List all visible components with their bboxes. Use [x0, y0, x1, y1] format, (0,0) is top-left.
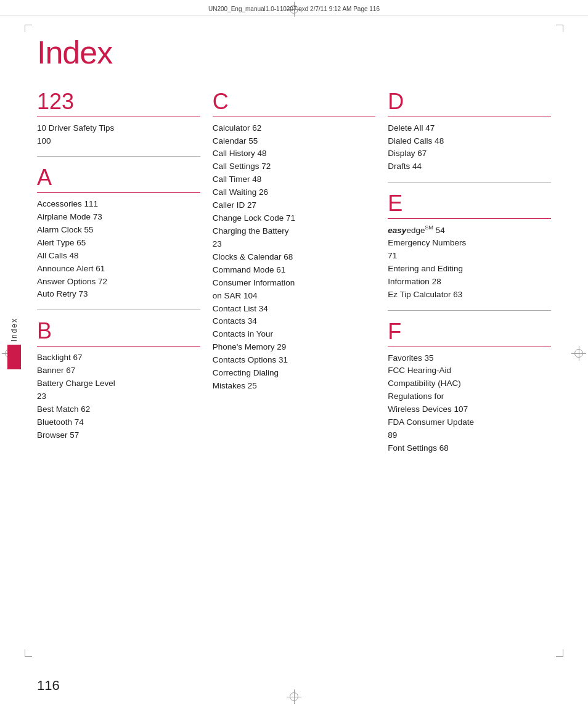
divider-b	[37, 310, 200, 310]
section-divider-d	[388, 117, 551, 117]
entry-font-settings: Font Settings 68	[388, 442, 551, 455]
entry-call-waiting: Call Waiting 26	[213, 186, 376, 199]
section-letter-a: A	[37, 165, 200, 190]
entry-ez-tip: Ez Tip Calculator 63	[388, 289, 551, 302]
entry-easyedge: easyedgeSM 54	[388, 224, 551, 237]
entry-calendar: Calendar 55	[213, 135, 376, 148]
index-columns: 123 10 Driver Safety Tips100 A Accessori…	[37, 89, 551, 458]
registration-circle-bottom	[290, 692, 298, 701]
entry-correcting-dialing: Correcting DialingMistakes 25	[213, 367, 376, 393]
entry-contacts-options: Contacts Options 31	[213, 354, 376, 367]
entry-battery-charge: Battery Charge Level23	[37, 377, 200, 403]
entry-banner: Banner 67	[37, 364, 200, 377]
section-divider-123	[37, 117, 200, 117]
entry-bluetooth: Bluetooth 74	[37, 416, 200, 429]
section-letter-f: F	[388, 319, 551, 344]
section-letter-d: D	[388, 89, 551, 114]
entry-emergency-numbers: Emergency Numbers71	[388, 237, 551, 263]
page-title: Index	[37, 34, 551, 71]
entry-backlight: Backlight 67	[37, 351, 200, 364]
section-e: E easyedgeSM 54 Emergency Numbers71 Ente…	[388, 191, 551, 302]
section-letter-123: 123	[37, 89, 200, 114]
entry-contacts-in-your: Contacts in YourPhone's Memory 29	[213, 328, 376, 354]
section-a: A Accessories 111 Airplane Mode 73 Alarm…	[37, 165, 200, 301]
crop-mark-bottom-left	[25, 649, 32, 657]
entry-fda-consumer: FDA Consumer Update89	[388, 416, 551, 442]
section-letter-b: B	[37, 319, 200, 343]
section-f: F Favorites 35 FCC Hearing-AidCompatibil…	[388, 319, 551, 455]
page-number: 116	[37, 678, 60, 694]
page-content: Index 123 10 Driver Safety Tips100 A Acc…	[37, 34, 551, 651]
entry-all-calls: All Calls 48	[37, 250, 200, 263]
entry-command-mode: Command Mode 61	[213, 264, 376, 277]
entry-call-timer: Call Timer 48	[213, 173, 376, 186]
sidebar-wrapper: Index	[7, 318, 21, 369]
entry-fcc-hearing: FCC Hearing-AidCompatibility (HAC)Regula…	[388, 364, 551, 416]
section-c: C Calculator 62 Calendar 55 Call History…	[213, 89, 376, 393]
entry-dialed-calls: Dialed Calls 48	[388, 135, 551, 148]
section-letter-c: C	[213, 89, 376, 114]
page-header: UN200_Eng_manual1.0-110207.qxd 2/7/11 9:…	[0, 5, 588, 15]
entry-announce-alert: Announce Alert 61	[37, 263, 200, 276]
section-letter-e: E	[388, 191, 551, 216]
entry-contacts: Contacts 34	[213, 315, 376, 328]
entry-calculator: Calculator 62	[213, 122, 376, 135]
divider-f	[388, 310, 551, 311]
entry-entering-editing: Entering and EditingInformation 28	[388, 263, 551, 289]
entry-airplane-mode: Airplane Mode 73	[37, 211, 200, 224]
section-d: D Delete All 47 Dialed Calls 48 Display …	[388, 89, 551, 173]
divider-a	[37, 156, 200, 157]
entry-consumer-info: Consumer Informationon SAR 104	[213, 277, 376, 303]
registration-circle-right	[574, 349, 583, 358]
section-divider-f	[388, 347, 551, 347]
crop-mark-top-left	[25, 25, 32, 32]
entry-call-history: Call History 48	[213, 147, 376, 160]
divider-e	[388, 182, 551, 183]
section-divider-a	[37, 192, 200, 193]
entry-alert-type: Alert Type 65	[37, 237, 200, 250]
section-123: 123 10 Driver Safety Tips100	[37, 89, 200, 147]
section-b: B Backlight 67 Banner 67 Battery Charge …	[37, 319, 200, 441]
index-column-1: 123 10 Driver Safety Tips100 A Accessori…	[37, 89, 213, 444]
entry-display: Display 67	[388, 147, 551, 160]
header-text: UN200_Eng_manual1.0-110207.qxd 2/7/11 9:…	[208, 6, 380, 12]
entry-browser: Browser 57	[37, 429, 200, 442]
entry-alarm-clock: Alarm Clock 55	[37, 224, 200, 237]
entry-driver-safety: 10 Driver Safety Tips100	[37, 122, 200, 148]
entry-call-settings: Call Settings 72	[213, 160, 376, 173]
crop-mark-top-right	[556, 25, 563, 32]
section-divider-b	[37, 346, 200, 347]
crop-mark-bottom-right	[556, 649, 563, 657]
sidebar-label: Index	[10, 318, 18, 342]
index-column-3: D Delete All 47 Dialed Calls 48 Display …	[388, 89, 551, 458]
entry-favorites: Favorites 35	[388, 352, 551, 365]
entry-contact-list: Contact List 34	[213, 303, 376, 316]
section-divider-e	[388, 218, 551, 219]
entry-best-match: Best Match 62	[37, 403, 200, 416]
entry-auto-retry: Auto Retry 73	[37, 288, 200, 301]
entry-clocks-calendar: Clocks & Calendar 68	[213, 251, 376, 264]
entry-delete-all: Delete All 47	[388, 122, 551, 135]
entry-caller-id: Caller ID 27	[213, 199, 376, 212]
entry-answer-options: Answer Options 72	[37, 276, 200, 289]
entry-drafts: Drafts 44	[388, 160, 551, 173]
index-column-2: C Calculator 62 Calendar 55 Call History…	[213, 89, 388, 395]
entry-charging-battery: Charging the Battery23	[213, 225, 376, 251]
sidebar-bar	[7, 345, 21, 369]
entry-change-lock-code: Change Lock Code 71	[213, 212, 376, 225]
entry-accessories: Accessories 111	[37, 198, 200, 211]
section-divider-c	[213, 117, 376, 117]
